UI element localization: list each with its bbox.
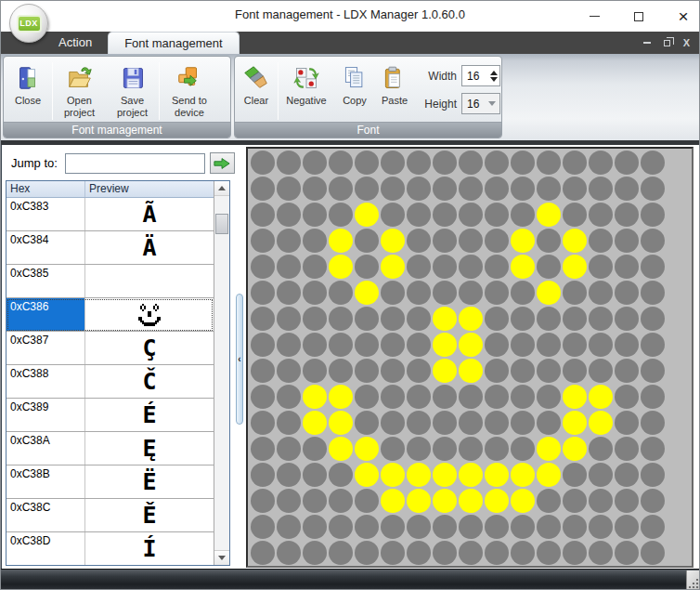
led-dot-unlit[interactable] xyxy=(615,411,639,435)
led-dot-unlit[interactable] xyxy=(459,203,483,227)
led-dot-lit[interactable] xyxy=(329,385,353,409)
led-dot-unlit[interactable] xyxy=(303,463,327,487)
led-dot-unlit[interactable] xyxy=(485,177,509,201)
led-dot-unlit[interactable] xyxy=(381,437,405,461)
led-dot-unlit[interactable] xyxy=(485,515,509,539)
led-dot-unlit[interactable] xyxy=(381,411,405,435)
led-dot-unlit[interactable] xyxy=(563,463,587,487)
led-dot-unlit[interactable] xyxy=(303,541,327,565)
led-dot-unlit[interactable] xyxy=(511,359,535,383)
led-dot-unlit[interactable] xyxy=(511,515,535,539)
led-dot-unlit[interactable] xyxy=(407,333,431,357)
led-dot-lit[interactable] xyxy=(563,255,587,279)
led-dot-unlit[interactable] xyxy=(251,307,275,331)
clear-button[interactable]: Clear xyxy=(235,59,278,107)
led-dot-lit[interactable] xyxy=(303,411,327,435)
led-dot-unlit[interactable] xyxy=(615,255,639,279)
led-dot-lit[interactable] xyxy=(537,463,561,487)
led-dot-unlit[interactable] xyxy=(251,385,275,409)
led-dot-lit[interactable] xyxy=(433,359,457,383)
led-dot-unlit[interactable] xyxy=(641,385,665,409)
led-dot-unlit[interactable] xyxy=(329,463,353,487)
close-button[interactable]: × xyxy=(675,8,692,25)
led-dot-unlit[interactable] xyxy=(381,385,405,409)
led-dot-unlit[interactable] xyxy=(589,177,613,201)
led-dot-unlit[interactable] xyxy=(329,359,353,383)
led-dot-unlit[interactable] xyxy=(303,177,327,201)
led-dot-unlit[interactable] xyxy=(459,229,483,253)
led-dot-lit[interactable] xyxy=(433,489,457,513)
mini-close-button[interactable]: X xyxy=(683,37,690,48)
led-dot-unlit[interactable] xyxy=(485,203,509,227)
led-dot-unlit[interactable] xyxy=(641,463,665,487)
led-dot-unlit[interactable] xyxy=(563,177,587,201)
led-dot-unlit[interactable] xyxy=(381,359,405,383)
led-dot-unlit[interactable] xyxy=(615,333,639,357)
led-dot-lit[interactable] xyxy=(485,489,509,513)
led-dot-unlit[interactable] xyxy=(641,541,665,565)
led-dot-unlit[interactable] xyxy=(459,541,483,565)
scrollbar-thumb[interactable] xyxy=(215,214,228,234)
led-dot-unlit[interactable] xyxy=(329,489,353,513)
led-dot-unlit[interactable] xyxy=(433,229,457,253)
led-dot-unlit[interactable] xyxy=(641,437,665,461)
led-dot-unlit[interactable] xyxy=(641,281,665,305)
led-dot-lit[interactable] xyxy=(407,489,431,513)
led-dot-unlit[interactable] xyxy=(537,385,561,409)
led-dot-unlit[interactable] xyxy=(251,229,275,253)
led-dot-unlit[interactable] xyxy=(329,541,353,565)
led-dot-unlit[interactable] xyxy=(303,333,327,357)
led-dot-unlit[interactable] xyxy=(251,333,275,357)
led-dot-lit[interactable] xyxy=(459,307,483,331)
led-dot-unlit[interactable] xyxy=(355,255,379,279)
led-dot-unlit[interactable] xyxy=(303,515,327,539)
led-dot-unlit[interactable] xyxy=(329,307,353,331)
led-dot-lit[interactable] xyxy=(303,385,327,409)
led-dot-unlit[interactable] xyxy=(511,203,535,227)
led-dot-unlit[interactable] xyxy=(589,489,613,513)
led-dot-unlit[interactable] xyxy=(277,515,301,539)
paste-button[interactable]: Paste xyxy=(375,59,414,107)
led-dot-unlit[interactable] xyxy=(277,359,301,383)
led-dot-unlit[interactable] xyxy=(407,203,431,227)
led-dot-unlit[interactable] xyxy=(251,541,275,565)
led-dot-lit[interactable] xyxy=(459,463,483,487)
led-dot-unlit[interactable] xyxy=(355,385,379,409)
led-dot-unlit[interactable] xyxy=(589,359,613,383)
mini-restore-button[interactable] xyxy=(664,40,670,46)
save-project-button[interactable]: Save project xyxy=(106,59,159,118)
led-dot-lit[interactable] xyxy=(563,411,587,435)
led-dot-unlit[interactable] xyxy=(303,255,327,279)
led-dot-lit[interactable] xyxy=(511,489,535,513)
table-row[interactable]: 0xC38DÍ xyxy=(6,532,214,565)
led-dot-unlit[interactable] xyxy=(615,229,639,253)
led-dot-unlit[interactable] xyxy=(589,333,613,357)
led-dot-unlit[interactable] xyxy=(615,463,639,487)
led-dot-lit[interactable] xyxy=(355,437,379,461)
led-dot-unlit[interactable] xyxy=(485,437,509,461)
led-dot-unlit[interactable] xyxy=(355,229,379,253)
led-dot-unlit[interactable] xyxy=(563,203,587,227)
led-dot-unlit[interactable] xyxy=(355,359,379,383)
led-dot-unlit[interactable] xyxy=(511,151,535,175)
led-dot-unlit[interactable] xyxy=(433,437,457,461)
led-dot-lit[interactable] xyxy=(485,463,509,487)
led-dot-lit[interactable] xyxy=(459,333,483,357)
table-row[interactable]: 0xC38CĚ xyxy=(6,499,214,532)
led-dot-unlit[interactable] xyxy=(641,489,665,513)
led-dot-unlit[interactable] xyxy=(251,463,275,487)
led-dot-unlit[interactable] xyxy=(381,307,405,331)
led-dot-unlit[interactable] xyxy=(641,333,665,357)
led-dot-lit[interactable] xyxy=(381,463,405,487)
open-project-button[interactable]: Open project xyxy=(53,59,106,118)
led-dot-unlit[interactable] xyxy=(277,489,301,513)
led-dot-unlit[interactable] xyxy=(251,255,275,279)
table-row[interactable]: 0xC387Ç xyxy=(6,332,214,365)
led-dot-unlit[interactable] xyxy=(641,229,665,253)
led-dot-unlit[interactable] xyxy=(615,281,639,305)
led-dot-unlit[interactable] xyxy=(355,515,379,539)
table-row[interactable]: 0xC386 xyxy=(6,298,214,332)
led-dot-unlit[interactable] xyxy=(485,411,509,435)
maximize-button[interactable] xyxy=(630,8,647,25)
led-dot-unlit[interactable] xyxy=(433,541,457,565)
